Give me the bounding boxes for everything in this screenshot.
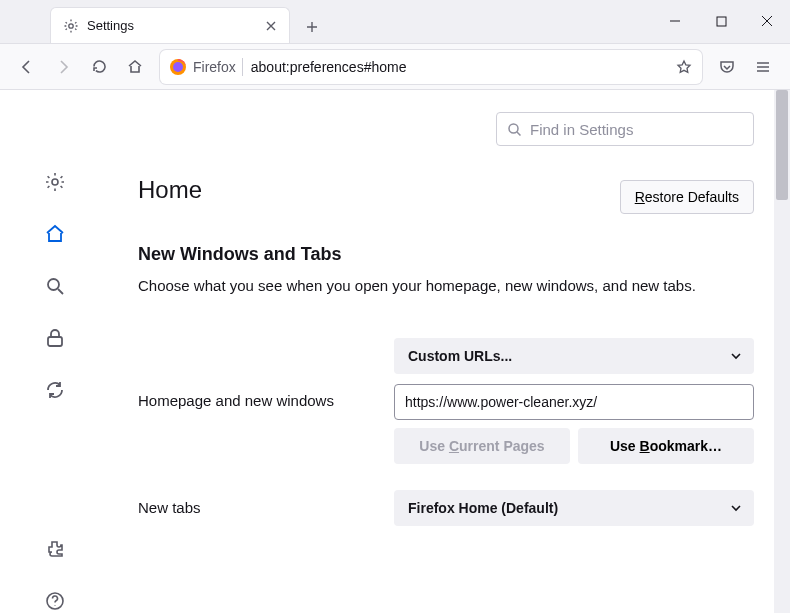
close-window-button[interactable] xyxy=(744,0,790,43)
reload-button[interactable] xyxy=(82,50,116,84)
app-menu-button[interactable] xyxy=(746,50,780,84)
sidebar-sync-icon[interactable] xyxy=(43,378,67,402)
svg-point-8 xyxy=(509,124,518,133)
settings-search-input[interactable]: Find in Settings xyxy=(496,112,754,146)
scrollbar-thumb[interactable] xyxy=(776,90,788,200)
homepage-mode-dropdown[interactable]: Custom URLs... xyxy=(394,338,754,374)
tab-title: Settings xyxy=(87,18,263,33)
search-placeholder: Find in Settings xyxy=(530,121,633,138)
url-product: Firefox xyxy=(193,59,236,75)
svg-rect-1 xyxy=(717,17,726,26)
sidebar-help-icon[interactable] xyxy=(43,589,67,613)
sidebar-privacy-icon[interactable] xyxy=(43,326,67,350)
navigation-toolbar: Firefox about:preferences#home xyxy=(0,44,790,90)
url-separator xyxy=(242,58,243,76)
url-bar[interactable]: Firefox about:preferences#home xyxy=(160,50,702,84)
bookmark-star-icon[interactable] xyxy=(675,58,693,76)
sidebar-search-icon[interactable] xyxy=(43,274,67,298)
forward-button[interactable] xyxy=(46,50,80,84)
svg-point-4 xyxy=(52,179,58,185)
use-current-pages-button[interactable]: Use Current Pages xyxy=(394,428,570,464)
chevron-down-icon xyxy=(730,502,742,514)
homepage-url-input[interactable] xyxy=(394,384,754,420)
pocket-button[interactable] xyxy=(710,50,744,84)
maximize-button[interactable] xyxy=(698,0,744,43)
use-bookmark-button[interactable]: Use Bookmark… xyxy=(578,428,754,464)
restore-defaults-button[interactable]: Restore Defaults xyxy=(620,180,754,214)
section-title: New Windows and Tabs xyxy=(138,244,754,265)
firefox-icon xyxy=(169,58,187,76)
svg-rect-6 xyxy=(48,337,62,346)
url-text: about:preferences#home xyxy=(251,59,675,75)
gear-icon xyxy=(63,18,79,34)
home-button[interactable] xyxy=(118,50,152,84)
homepage-label: Homepage and new windows xyxy=(138,338,394,409)
svg-point-5 xyxy=(48,279,59,290)
newtabs-label: New tabs xyxy=(138,499,394,516)
newtabs-dropdown[interactable]: Firefox Home (Default) xyxy=(394,490,754,526)
back-button[interactable] xyxy=(10,50,44,84)
sidebar-general-icon[interactable] xyxy=(43,170,67,194)
chevron-down-icon xyxy=(730,350,742,362)
section-description: Choose what you see when you open your h… xyxy=(138,275,754,298)
browser-tab[interactable]: Settings xyxy=(50,7,290,43)
window-controls xyxy=(652,0,790,43)
minimize-button[interactable] xyxy=(652,0,698,43)
new-tab-button[interactable] xyxy=(296,11,328,43)
svg-point-0 xyxy=(69,23,73,27)
close-tab-button[interactable] xyxy=(263,18,279,34)
settings-page: Find in Settings Home Restore Defaults N… xyxy=(0,90,790,613)
settings-sidebar xyxy=(0,90,110,613)
dropdown-value: Firefox Home (Default) xyxy=(408,500,558,516)
svg-point-3 xyxy=(173,62,183,72)
settings-main: Find in Settings Home Restore Defaults N… xyxy=(110,90,790,613)
sidebar-home-icon[interactable] xyxy=(43,222,67,246)
titlebar: Settings xyxy=(0,0,790,44)
vertical-scrollbar[interactable] xyxy=(774,90,790,613)
dropdown-value: Custom URLs... xyxy=(408,348,512,364)
sidebar-extensions-icon[interactable] xyxy=(43,537,67,561)
